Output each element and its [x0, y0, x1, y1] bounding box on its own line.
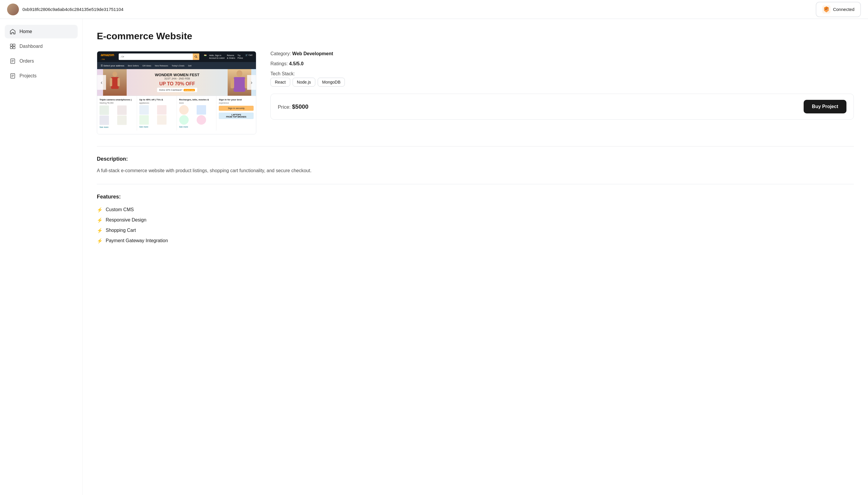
- category-label: Category:: [271, 51, 291, 56]
- tv-img-4: [157, 115, 167, 125]
- project-info-panel: Category: Web Development Ratings: 4.5/5…: [271, 51, 854, 134]
- bolt-icon-3: ⚡: [97, 228, 103, 233]
- pay-badge: amazon pay: [184, 89, 195, 91]
- avatar: [7, 3, 19, 15]
- sell-link: Sell: [188, 65, 192, 67]
- category-signin: Sign in for your best experience Sign in…: [216, 96, 256, 131]
- feature-item-responsive: ⚡ Responsive Design: [97, 215, 854, 225]
- category-row: Category: Web Development: [271, 51, 854, 56]
- cart-icon: 🛒 Cart: [245, 54, 253, 59]
- banner-next-button[interactable]: ›: [247, 75, 256, 90]
- amazon-logo: amazon.in: [101, 53, 114, 61]
- sidebar-item-dashboard[interactable]: Dashboard: [5, 39, 77, 53]
- banner-cashback: Extra 10% Cashback* amazon pay: [157, 88, 197, 92]
- category-recharges: Recharges, bills, movies & more See more: [177, 96, 217, 131]
- svg-rect-10: [13, 44, 15, 46]
- categories-grid: Triple camera smartphones | Starting ₹8,…: [97, 96, 256, 131]
- divider-2: [97, 184, 854, 184]
- header-left: 0xb918fc2806c9a6ab4c6c284135e519de317511…: [7, 3, 123, 15]
- account-icon: Hello, Sign inAccount & Lists▾: [209, 54, 224, 59]
- sidebar: Home Dashboard: [0, 19, 83, 495]
- sidebar-item-orders[interactable]: Orders: [5, 54, 77, 68]
- cat3-items: [179, 105, 214, 125]
- banner-text: WONDER WOMEN FEST 31ST JAN - 2ND FEB UP …: [127, 73, 228, 92]
- svg-line-22: [197, 57, 197, 58]
- new-releases: New Releases: [155, 65, 168, 67]
- search-placeholder: Al▾: [120, 55, 193, 58]
- page-title: E-commerce Website: [97, 31, 854, 41]
- tech-tag-react: React: [271, 78, 290, 87]
- amazon-header-icons: 🇮🇳 Hello, Sign inAccount & Lists▾ Return…: [204, 54, 253, 59]
- svg-point-23: [112, 71, 117, 77]
- metamask-icon: [822, 5, 831, 14]
- svg-rect-11: [10, 47, 12, 49]
- cat2-title: Up to 45% off | TVs &: [139, 98, 174, 101]
- amazon-search-bar: Al▾: [119, 53, 199, 60]
- sidebar-projects-label: Projects: [19, 73, 37, 79]
- description-text: A full-stack e-commerce website with pro…: [97, 167, 854, 174]
- avatar-image: [7, 3, 19, 15]
- tv-img-1: [139, 105, 149, 115]
- cat1-title: Triple camera smartphones |: [100, 98, 134, 101]
- todays-deals: Today's Deals: [172, 65, 184, 67]
- layout: Home Dashboard: [0, 19, 868, 258]
- svg-rect-9: [10, 44, 12, 46]
- tech-tag-mongodb: MongoDB: [318, 78, 345, 87]
- svg-point-7: [825, 9, 826, 10]
- feature-item-cms: ⚡ Custom CMS: [97, 205, 854, 215]
- sidebar-home-label: Home: [19, 29, 32, 34]
- cat4-subtitle: experience: [219, 102, 254, 104]
- banner-prev-button[interactable]: ‹: [97, 75, 106, 90]
- cat1-items: [100, 105, 134, 125]
- svg-point-21: [195, 55, 197, 57]
- cat3-see-more: See more: [179, 126, 214, 128]
- feature-item-payment: ⚡ Payment Gateway Integration: [97, 236, 854, 246]
- features-list: ⚡ Custom CMS ⚡ Responsive Design ⚡ Shopp…: [97, 205, 854, 246]
- feature-payment-label: Payment Gateway Integration: [106, 238, 168, 243]
- gift-ideas: Gift Ideas: [142, 65, 151, 67]
- amazon-nav-bar: ☰ Select your address Best Sellers Gift …: [97, 62, 256, 69]
- svg-point-27: [237, 70, 242, 77]
- features-section: Features: ⚡ Custom CMS ⚡ Responsive Desi…: [97, 194, 854, 246]
- category-smartphones: Triple camera smartphones | Starting ₹8,…: [97, 96, 137, 131]
- svg-rect-25: [110, 78, 112, 86]
- svg-rect-12: [13, 47, 15, 49]
- cat1-subtitle: Starting ₹8,990: [100, 102, 134, 104]
- ratings-label: Ratings:: [271, 61, 288, 66]
- cat4-title: Sign in for your best: [219, 98, 254, 101]
- cat2-subtitle: appliances: [139, 102, 174, 104]
- banner-title: WONDER WOMEN FEST: [129, 73, 225, 77]
- bolt-icon-2: ⚡: [97, 217, 103, 223]
- cat3-subtitle: more: [179, 102, 214, 104]
- price-label: Price:: [278, 104, 291, 110]
- sidebar-item-home[interactable]: Home: [5, 25, 77, 38]
- projects-icon: [10, 73, 16, 79]
- sidebar-item-projects[interactable]: Projects: [5, 69, 77, 83]
- tech-tag-nodejs: Node.js: [293, 78, 315, 87]
- tech-stack-tags: React Node.js MongoDB: [271, 78, 854, 87]
- recharge-img-3: [179, 115, 189, 125]
- cat2-see-more: See more: [139, 126, 174, 128]
- connected-button[interactable]: Connected: [816, 2, 861, 17]
- svg-point-8: [827, 9, 828, 10]
- svg-rect-26: [118, 78, 120, 86]
- banner-women-image: [103, 69, 127, 96]
- feature-cms-label: Custom CMS: [106, 207, 134, 212]
- features-title: Features:: [97, 194, 854, 200]
- ratings-row: Ratings: 4.5/5.0: [271, 61, 854, 66]
- category-value: Web Development: [292, 51, 333, 56]
- banner-dates: 31ST JAN - 2ND FEB: [129, 77, 225, 80]
- cat2-items: [139, 105, 174, 125]
- sidebar-nav: Home Dashboard: [5, 25, 77, 83]
- price-value: $5000: [292, 103, 309, 110]
- banner-discount: UP TO 70% OFF: [129, 81, 225, 87]
- recharge-img-2: [197, 105, 206, 115]
- home-icon: [10, 28, 16, 35]
- buy-project-button[interactable]: Buy Project: [804, 100, 847, 114]
- description-title: Description:: [97, 156, 854, 162]
- phone-img-2: [117, 105, 127, 115]
- divider-1: [97, 146, 854, 147]
- signin-button[interactable]: Sign in securely: [219, 106, 254, 111]
- phone-img-3: [100, 116, 109, 125]
- recharge-img-4: [197, 115, 206, 125]
